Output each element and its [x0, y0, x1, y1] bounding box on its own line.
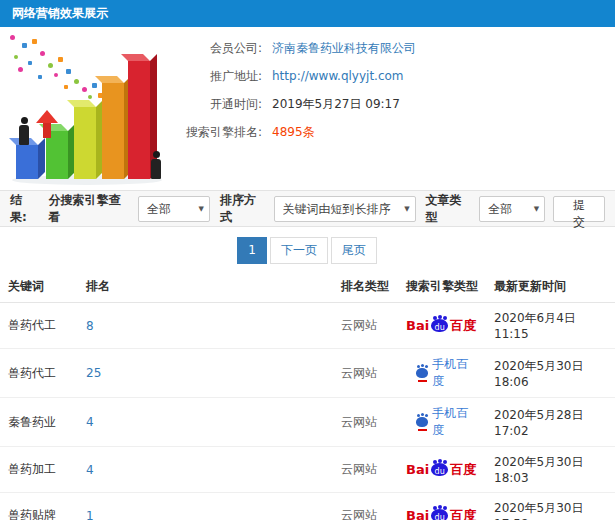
baidu-bai-text: Bai: [406, 508, 429, 520]
rank-type-cell: 云网站: [333, 398, 398, 447]
header-rank: 排名: [78, 271, 333, 303]
open-time-value: 2019年5月27日 09:17: [272, 96, 400, 113]
sort-dropdown: 关键词由短到长排序: [274, 196, 416, 222]
mobile-baidu-text: 手机百度: [432, 356, 478, 390]
promo-url-label: 推广地址:: [176, 68, 262, 85]
promo-url-field: 推广地址: http://www.qlyyjt.com: [176, 62, 416, 90]
baidu-logo: Baidu百度: [406, 461, 476, 479]
engine-type-cell: Baidu百度 手机百度: [398, 398, 486, 447]
updated-cell: 2020年5月30日 18:03: [486, 447, 615, 493]
article-type-select[interactable]: 全部: [479, 196, 545, 222]
result-label: 结果:: [10, 192, 39, 226]
engine-filter-select[interactable]: 全部: [138, 196, 210, 222]
keyword-cell: 兽药代工: [0, 349, 78, 398]
rank-link[interactable]: 4: [86, 415, 94, 429]
rank-type-cell: 云网站: [333, 447, 398, 493]
rank-link[interactable]: 1: [86, 509, 94, 520]
bar-red: [128, 61, 150, 179]
engine-type-cell: Baidu百度 手机百度: [398, 303, 486, 349]
mobile-baidu-paw-icon: [416, 417, 428, 427]
rank-type-cell: 云网站: [333, 349, 398, 398]
rank-link[interactable]: 25: [86, 366, 101, 380]
open-time-label: 开通时间:: [176, 96, 262, 113]
mobile-baidu-text: 手机百度: [432, 405, 478, 439]
rank-link[interactable]: 8: [86, 319, 94, 333]
promo-url-link[interactable]: http://www.qlyyjt.com: [272, 69, 404, 83]
businessman-figure-right: [150, 151, 162, 179]
next-page-button[interactable]: 下一页: [270, 237, 328, 264]
member-company-label: 会员公司:: [176, 40, 262, 57]
rank-type-cell: 云网站: [333, 303, 398, 349]
mobile-baidu-logo: 手机百度: [416, 356, 478, 390]
updated-cell: 2020年5月30日 18:06: [486, 349, 615, 398]
bar-yellow: [74, 107, 96, 179]
table-row: 兽药贴牌 1 云网站 Baidu百度 手机百度 2020年5月30日 17:58: [0, 493, 615, 520]
table-header-row: 关键词 排名 排名类型 搜索引擎类型 最新更新时间: [0, 271, 615, 303]
engine-type-cell: Baidu百度 手机百度: [398, 447, 486, 493]
bar-blue: [16, 145, 38, 179]
article-type-label: 文章类型: [426, 192, 474, 226]
updated-cell: 2020年5月30日 17:58: [486, 493, 615, 520]
info-section: 会员公司: 济南秦鲁药业科技有限公司 推广地址: http://www.qlyy…: [0, 27, 615, 190]
bar-orange: [102, 83, 124, 179]
table-row: 兽药代工 25 云网站 Baidu百度 手机百度 2020年5月30日 18:0…: [0, 349, 615, 398]
engine-view-label: 分搜索引擎查看: [49, 192, 132, 226]
engine-rank-label: 搜索引擎排名:: [176, 124, 262, 141]
engine-filter-dropdown: 全部: [138, 196, 210, 222]
member-company-field: 会员公司: 济南秦鲁药业科技有限公司: [176, 34, 416, 62]
updated-cell: 2020年5月28日 17:02: [486, 398, 615, 447]
filter-bar: 结果: 分搜索引擎查看 全部 排序方式 关键词由短到长排序 文章类型 全部 提交: [0, 190, 615, 227]
baidu-du-text: du: [435, 323, 445, 332]
keyword-cell: 兽药代工: [0, 303, 78, 349]
baidu-bai-text: Bai: [406, 318, 429, 333]
baidu-paw-icon: du: [431, 509, 448, 520]
table-row: 秦鲁药业 4 云网站 Baidu百度 手机百度 2020年5月28日 17:02: [0, 398, 615, 447]
keyword-cell: 兽药贴牌: [0, 493, 78, 520]
baidu-bai-text: Bai: [406, 462, 429, 477]
company-info-fields: 会员公司: 济南秦鲁药业科技有限公司 推广地址: http://www.qlyy…: [176, 34, 416, 146]
pagination: 1 下一页 尾页: [0, 227, 615, 271]
rank-cell: 25: [78, 349, 333, 398]
rank-cell: 8: [78, 303, 333, 349]
bar-green: [46, 131, 68, 179]
sort-label: 排序方式: [220, 192, 268, 226]
businessman-figure-left: [18, 117, 30, 145]
page-1-button[interactable]: 1: [237, 237, 267, 264]
rank-cell: 4: [78, 398, 333, 447]
keyword-ranking-table: 关键词 排名 排名类型 搜索引擎类型 最新更新时间 兽药代工 8 云网站 Bai…: [0, 271, 615, 520]
baidu-paw-icon: du: [431, 319, 448, 332]
baidu-cn-text: 百度: [450, 461, 476, 479]
keyword-cell: 兽药加工: [0, 447, 78, 493]
engine-type-cell: Baidu百度 手机百度: [398, 349, 486, 398]
rank-cell: 1: [78, 493, 333, 520]
keyword-cell: 秦鲁药业: [0, 398, 78, 447]
baidu-paw-icon: du: [431, 463, 448, 476]
red-up-arrow-icon: [36, 110, 58, 138]
table-row: 兽药加工 4 云网站 Baidu百度 手机百度 2020年5月30日 18:03: [0, 447, 615, 493]
baidu-cn-text: 百度: [450, 317, 476, 335]
header-rank-type: 排名类型: [333, 271, 398, 303]
page-title: 网络营销效果展示: [12, 6, 108, 20]
header-keyword: 关键词: [0, 271, 78, 303]
mobile-baidu-paw-icon: [416, 368, 428, 378]
engine-type-cell: Baidu百度 手机百度: [398, 493, 486, 520]
page-title-bar: 网络营销效果展示: [0, 0, 615, 27]
rank-link[interactable]: 4: [86, 463, 94, 477]
last-page-button[interactable]: 尾页: [331, 237, 377, 264]
baidu-logo: Baidu百度: [406, 317, 476, 335]
baidu-du-text: du: [435, 513, 445, 520]
submit-button[interactable]: 提交: [553, 196, 605, 222]
header-engine-type: 搜索引擎类型: [398, 271, 486, 303]
engine-rank-value: 4895条: [272, 124, 315, 141]
article-type-dropdown: 全部: [479, 196, 545, 222]
member-company-link[interactable]: 济南秦鲁药业科技有限公司: [272, 40, 416, 57]
baidu-cn-text: 百度: [450, 507, 476, 520]
open-time-field: 开通时间: 2019年5月27日 09:17: [176, 90, 416, 118]
updated-cell: 2020年6月4日 11:15: [486, 303, 615, 349]
table-row: 兽药代工 8 云网站 Baidu百度 手机百度 2020年6月4日 11:15: [0, 303, 615, 349]
engine-rank-field: 搜索引擎排名: 4895条: [176, 118, 416, 146]
rank-type-cell: 云网站: [333, 493, 398, 520]
sort-select[interactable]: 关键词由短到长排序: [274, 196, 416, 222]
rank-cell: 4: [78, 447, 333, 493]
mobile-baidu-logo: 手机百度: [416, 405, 478, 439]
